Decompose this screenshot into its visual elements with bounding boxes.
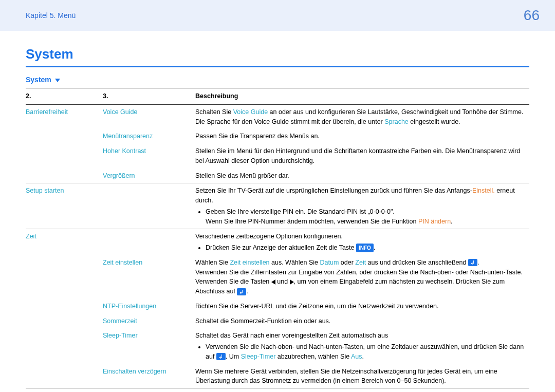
- cell-sleep: Sleep-Timer: [103, 328, 195, 364]
- cell-desc: Stellen Sie im Menü für den Hintergrund …: [195, 144, 529, 169]
- system-heading: System: [26, 76, 529, 84]
- list-item: Verwenden Sie die Nach-oben- und Nach-un…: [206, 342, 525, 362]
- cell-desc: Verschiedene zeitbezogene Optionen konfi…: [195, 229, 529, 255]
- cell-desc: Passen Sie die Transparenz des Menüs an.: [195, 129, 529, 144]
- cell-desc: Stellen Sie das Menü größer dar.: [195, 169, 529, 183]
- main-title: System: [26, 46, 529, 67]
- list-item: Geben Sie Ihre vierstellige PIN ein. Die…: [206, 207, 525, 227]
- table-row: Barrierefreiheit Voice Guide Schalten Si…: [26, 104, 529, 129]
- table-row: Zeit Verschiedene zeitbezogene Optionen …: [26, 229, 529, 255]
- cell-ntp: NTP-Einstellungen: [103, 299, 195, 314]
- sub-heading-text: System: [26, 76, 51, 84]
- cell-zeit-einstellen: Zeit einstellen: [103, 255, 195, 299]
- cell-hoher-kontrast: Hoher Kontrast: [103, 144, 195, 169]
- triangle-left-icon: [271, 279, 275, 285]
- cell-desc: Wenn Sie mehrere Gerät verbinden, stelle…: [195, 364, 529, 389]
- col-header-2: 2.: [26, 88, 103, 105]
- enter-icon: [216, 353, 226, 360]
- enter-icon: [237, 288, 246, 295]
- cell-sommerzeit: Sommerzeit: [103, 314, 195, 329]
- triangle-right-icon: [290, 279, 294, 285]
- cell-voice-guide: Voice Guide: [103, 104, 195, 129]
- cell-zeit: Zeit: [26, 229, 103, 389]
- table-row: Setup starten Setzen Sie Ihr TV-Gerät au…: [26, 183, 529, 229]
- cell-desc: Wählen Sie Zeit einstellen aus. Wählen S…: [195, 255, 529, 299]
- col-header-3: 3.: [103, 88, 195, 105]
- cell-desc: Schaltet das Gerät nach einer voreingest…: [195, 328, 529, 364]
- triangle-down-icon: [55, 79, 60, 82]
- content-area: System System 2. 3. Beschreibung Barrier…: [0, 31, 555, 392]
- chapter-label: Kapitel 5. Menü: [26, 11, 76, 20]
- cell-desc: Schalten Sie Voice Guide an oder aus und…: [195, 104, 529, 129]
- cell-einschalten: Einschalten verzögern: [103, 364, 195, 389]
- page-number: 66: [524, 7, 540, 24]
- cell-desc: Richten Sie die Server-URL und die Zeitz…: [195, 299, 529, 314]
- cell-barrierefreiheit: Barrierefreiheit: [26, 104, 103, 183]
- enter-icon: [468, 259, 477, 266]
- cell-vergroessern: Vergrößern: [103, 169, 195, 183]
- cell-setup: Setup starten: [26, 183, 103, 229]
- settings-table: 2. 3. Beschreibung Barrierefreiheit Voic…: [26, 88, 529, 389]
- cell-menutransparenz: Menütransparenz: [103, 129, 195, 144]
- col-header-desc: Beschreibung: [195, 88, 529, 105]
- info-badge-icon: INFO: [356, 244, 374, 252]
- cell-desc: Schaltet die Sommerzeit-Funktion ein ode…: [195, 314, 529, 329]
- cell-desc: Setzen Sie Ihr TV-Gerät auf die ursprüng…: [195, 183, 529, 229]
- list-item: Drücken Sie zur Anzeige der aktuellen Ze…: [206, 243, 525, 253]
- table-header-row: 2. 3. Beschreibung: [26, 88, 529, 105]
- page-header: Kapitel 5. Menü 66: [0, 0, 555, 31]
